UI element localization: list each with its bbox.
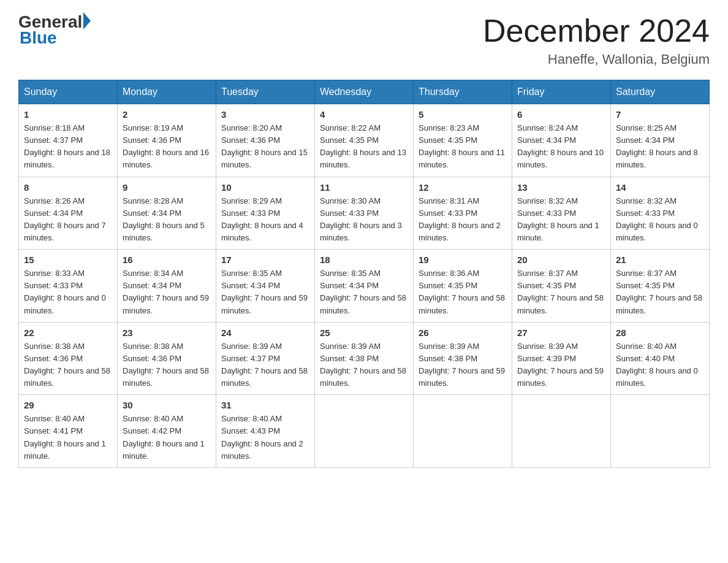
calendar-week-row: 15 Sunrise: 8:33 AM Sunset: 4:33 PM Dayl…	[19, 250, 710, 323]
day-number: 13	[517, 182, 605, 193]
logo: General Blue	[18, 12, 91, 48]
day-info: Sunrise: 8:32 AM Sunset: 4:33 PM Dayligh…	[616, 195, 704, 245]
table-row: 21 Sunrise: 8:37 AM Sunset: 4:35 PM Dayl…	[611, 250, 710, 323]
day-info: Sunrise: 8:30 AM Sunset: 4:33 PM Dayligh…	[320, 195, 408, 245]
day-info: Sunrise: 8:37 AM Sunset: 4:35 PM Dayligh…	[517, 267, 605, 317]
table-row: 11 Sunrise: 8:30 AM Sunset: 4:33 PM Dayl…	[315, 177, 414, 250]
day-number: 11	[320, 182, 408, 193]
calendar-header-row: Sunday Monday Tuesday Wednesday Thursday…	[19, 80, 710, 104]
calendar-week-row: 22 Sunrise: 8:38 AM Sunset: 4:36 PM Dayl…	[19, 322, 710, 395]
table-row: 28 Sunrise: 8:40 AM Sunset: 4:40 PM Dayl…	[611, 322, 710, 395]
table-row: 12 Sunrise: 8:31 AM Sunset: 4:33 PM Dayl…	[414, 177, 512, 250]
day-number: 4	[320, 109, 408, 120]
table-row	[414, 395, 512, 468]
day-info: Sunrise: 8:19 AM Sunset: 4:36 PM Dayligh…	[123, 122, 211, 172]
day-info: Sunrise: 8:28 AM Sunset: 4:34 PM Dayligh…	[123, 195, 211, 245]
day-number: 27	[517, 327, 605, 338]
day-info: Sunrise: 8:31 AM Sunset: 4:33 PM Dayligh…	[419, 195, 507, 245]
day-info: Sunrise: 8:40 AM Sunset: 4:43 PM Dayligh…	[221, 413, 309, 462]
logo-arrow-icon	[83, 12, 91, 29]
day-info: Sunrise: 8:35 AM Sunset: 4:34 PM Dayligh…	[221, 267, 309, 317]
day-number: 23	[123, 327, 211, 338]
day-info: Sunrise: 8:29 AM Sunset: 4:33 PM Dayligh…	[221, 195, 309, 245]
table-row: 31 Sunrise: 8:40 AM Sunset: 4:43 PM Dayl…	[216, 395, 315, 468]
table-row: 1 Sunrise: 8:18 AM Sunset: 4:37 PM Dayli…	[19, 104, 118, 177]
table-row	[315, 395, 414, 468]
table-row: 18 Sunrise: 8:35 AM Sunset: 4:34 PM Dayl…	[315, 250, 414, 323]
table-row: 9 Sunrise: 8:28 AM Sunset: 4:34 PM Dayli…	[118, 177, 216, 250]
day-info: Sunrise: 8:25 AM Sunset: 4:34 PM Dayligh…	[616, 122, 704, 172]
day-number: 16	[123, 255, 211, 265]
day-number: 30	[123, 400, 211, 410]
col-wednesday: Wednesday	[315, 80, 414, 104]
day-info: Sunrise: 8:38 AM Sunset: 4:36 PM Dayligh…	[123, 340, 211, 390]
table-row: 29 Sunrise: 8:40 AM Sunset: 4:41 PM Dayl…	[19, 395, 118, 468]
day-info: Sunrise: 8:23 AM Sunset: 4:35 PM Dayligh…	[419, 122, 507, 172]
table-row: 6 Sunrise: 8:24 AM Sunset: 4:34 PM Dayli…	[512, 104, 611, 177]
day-number: 20	[517, 255, 605, 265]
table-row: 30 Sunrise: 8:40 AM Sunset: 4:42 PM Dayl…	[118, 395, 216, 468]
day-info: Sunrise: 8:39 AM Sunset: 4:38 PM Dayligh…	[419, 340, 507, 390]
col-friday: Friday	[512, 80, 611, 104]
day-number: 12	[419, 182, 507, 193]
table-row: 23 Sunrise: 8:38 AM Sunset: 4:36 PM Dayl…	[118, 322, 216, 395]
location-title: Haneffe, Wallonia, Belgium	[483, 52, 710, 67]
day-info: Sunrise: 8:40 AM Sunset: 4:41 PM Dayligh…	[24, 413, 112, 462]
calendar-week-row: 29 Sunrise: 8:40 AM Sunset: 4:41 PM Dayl…	[19, 395, 710, 468]
page-header: General Blue December 2024 Haneffe, Wall…	[18, 12, 710, 67]
day-number: 22	[24, 327, 112, 338]
day-number: 14	[616, 182, 704, 193]
day-info: Sunrise: 8:22 AM Sunset: 4:35 PM Dayligh…	[320, 122, 408, 172]
day-info: Sunrise: 8:18 AM Sunset: 4:37 PM Dayligh…	[24, 122, 112, 172]
table-row: 19 Sunrise: 8:36 AM Sunset: 4:35 PM Dayl…	[414, 250, 512, 323]
day-info: Sunrise: 8:24 AM Sunset: 4:34 PM Dayligh…	[517, 122, 605, 172]
table-row: 25 Sunrise: 8:39 AM Sunset: 4:38 PM Dayl…	[315, 322, 414, 395]
calendar-week-row: 8 Sunrise: 8:26 AM Sunset: 4:34 PM Dayli…	[19, 177, 710, 250]
day-number: 28	[616, 327, 704, 338]
table-row: 3 Sunrise: 8:20 AM Sunset: 4:36 PM Dayli…	[216, 104, 315, 177]
logo-blue-text: Blue	[20, 28, 57, 48]
table-row: 4 Sunrise: 8:22 AM Sunset: 4:35 PM Dayli…	[315, 104, 414, 177]
day-number: 6	[517, 109, 605, 120]
day-info: Sunrise: 8:40 AM Sunset: 4:42 PM Dayligh…	[123, 413, 211, 462]
day-info: Sunrise: 8:38 AM Sunset: 4:36 PM Dayligh…	[24, 340, 112, 390]
day-number: 21	[616, 255, 704, 265]
day-number: 18	[320, 255, 408, 265]
day-info: Sunrise: 8:26 AM Sunset: 4:34 PM Dayligh…	[24, 195, 112, 245]
day-number: 2	[123, 109, 211, 120]
day-info: Sunrise: 8:32 AM Sunset: 4:33 PM Dayligh…	[517, 195, 605, 245]
table-row	[512, 395, 611, 468]
day-info: Sunrise: 8:36 AM Sunset: 4:35 PM Dayligh…	[419, 267, 507, 317]
day-number: 3	[221, 109, 309, 120]
day-number: 24	[221, 327, 309, 338]
day-info: Sunrise: 8:35 AM Sunset: 4:34 PM Dayligh…	[320, 267, 408, 317]
calendar-table: Sunday Monday Tuesday Wednesday Thursday…	[18, 80, 710, 468]
col-tuesday: Tuesday	[216, 80, 315, 104]
day-number: 17	[221, 255, 309, 265]
day-info: Sunrise: 8:37 AM Sunset: 4:35 PM Dayligh…	[616, 267, 704, 317]
table-row: 7 Sunrise: 8:25 AM Sunset: 4:34 PM Dayli…	[611, 104, 710, 177]
day-number: 25	[320, 327, 408, 338]
day-info: Sunrise: 8:40 AM Sunset: 4:40 PM Dayligh…	[616, 340, 704, 390]
day-number: 31	[221, 400, 309, 410]
table-row: 16 Sunrise: 8:34 AM Sunset: 4:34 PM Dayl…	[118, 250, 216, 323]
day-number: 5	[419, 109, 507, 120]
table-row: 24 Sunrise: 8:39 AM Sunset: 4:37 PM Dayl…	[216, 322, 315, 395]
calendar-week-row: 1 Sunrise: 8:18 AM Sunset: 4:37 PM Dayli…	[19, 104, 710, 177]
table-row: 22 Sunrise: 8:38 AM Sunset: 4:36 PM Dayl…	[19, 322, 118, 395]
day-info: Sunrise: 8:39 AM Sunset: 4:37 PM Dayligh…	[221, 340, 309, 390]
title-section: December 2024 Haneffe, Wallonia, Belgium	[483, 12, 710, 67]
col-saturday: Saturday	[611, 80, 710, 104]
day-number: 15	[24, 255, 112, 265]
col-sunday: Sunday	[19, 80, 118, 104]
day-info: Sunrise: 8:39 AM Sunset: 4:39 PM Dayligh…	[517, 340, 605, 390]
table-row: 27 Sunrise: 8:39 AM Sunset: 4:39 PM Dayl…	[512, 322, 611, 395]
day-info: Sunrise: 8:20 AM Sunset: 4:36 PM Dayligh…	[221, 122, 309, 172]
day-number: 7	[616, 109, 704, 120]
table-row: 13 Sunrise: 8:32 AM Sunset: 4:33 PM Dayl…	[512, 177, 611, 250]
table-row: 2 Sunrise: 8:19 AM Sunset: 4:36 PM Dayli…	[118, 104, 216, 177]
table-row	[611, 395, 710, 468]
day-number: 9	[123, 182, 211, 193]
table-row: 10 Sunrise: 8:29 AM Sunset: 4:33 PM Dayl…	[216, 177, 315, 250]
table-row: 14 Sunrise: 8:32 AM Sunset: 4:33 PM Dayl…	[611, 177, 710, 250]
